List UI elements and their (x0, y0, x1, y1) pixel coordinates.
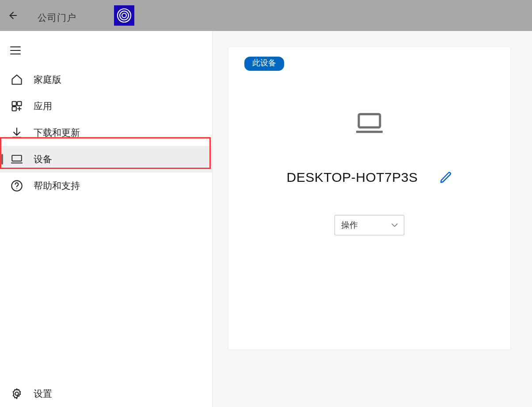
device-icon (11, 153, 23, 165)
sidebar-item-settings[interactable]: 设置 (0, 380, 212, 407)
action-dropdown-label: 操作 (341, 219, 358, 231)
download-icon (11, 127, 23, 139)
pencil-icon (439, 171, 452, 184)
hamburger-button[interactable] (0, 37, 31, 64)
sidebar-item-home[interactable]: 家庭版 (0, 66, 212, 93)
sidebar-item-label: 应用 (34, 100, 52, 112)
home-icon (11, 73, 23, 86)
svg-rect-19 (359, 114, 380, 127)
sidebar: 家庭版 应用 (0, 31, 213, 407)
body-area: 家庭版 应用 (0, 31, 532, 407)
device-large-icon (354, 112, 384, 135)
sidebar-item-devices[interactable]: 设备 (0, 146, 212, 173)
sidebar-item-label: 帮助和支持 (34, 180, 80, 192)
svg-rect-9 (12, 107, 16, 111)
app-logo (114, 5, 134, 26)
edit-device-name-button[interactable] (439, 171, 452, 184)
chevron-down-icon (391, 221, 399, 229)
sidebar-item-label: 设置 (34, 388, 52, 400)
svg-point-17 (16, 188, 17, 189)
svg-point-2 (120, 11, 129, 20)
sidebar-item-label: 下载和更新 (34, 127, 80, 139)
back-button[interactable] (0, 0, 25, 31)
app-title: 公司门户 (38, 12, 76, 24)
svg-point-18 (15, 392, 18, 395)
nav-list: 家庭版 应用 (0, 66, 212, 199)
device-name: DESKTOP-HOT7P3S (286, 170, 418, 185)
sidebar-item-help[interactable]: 帮助和支持 (0, 173, 212, 199)
title-bar: 公司门户 (0, 0, 532, 31)
device-card: 此设备 DESKTOP-HOT7P3S 操作 (228, 47, 510, 349)
svg-rect-14 (12, 155, 22, 161)
svg-rect-8 (17, 102, 21, 106)
main-content: 此设备 DESKTOP-HOT7P3S 操作 (213, 31, 532, 407)
back-arrow-icon (8, 11, 17, 20)
action-dropdown[interactable]: 操作 (334, 215, 404, 235)
device-name-row: DESKTOP-HOT7P3S (228, 170, 510, 185)
sidebar-item-apps[interactable]: 应用 (0, 93, 212, 119)
sidebar-item-label: 家庭版 (34, 73, 61, 86)
svg-point-3 (122, 13, 126, 18)
svg-rect-7 (12, 102, 16, 106)
spiral-logo-icon (116, 8, 132, 23)
this-device-badge: 此设备 (244, 57, 284, 71)
sidebar-item-downloads[interactable]: 下载和更新 (0, 119, 212, 146)
gear-icon (11, 388, 23, 400)
hamburger-icon (10, 46, 21, 55)
sidebar-item-label: 设备 (34, 153, 52, 165)
help-icon (11, 180, 23, 192)
apps-icon (11, 100, 23, 112)
